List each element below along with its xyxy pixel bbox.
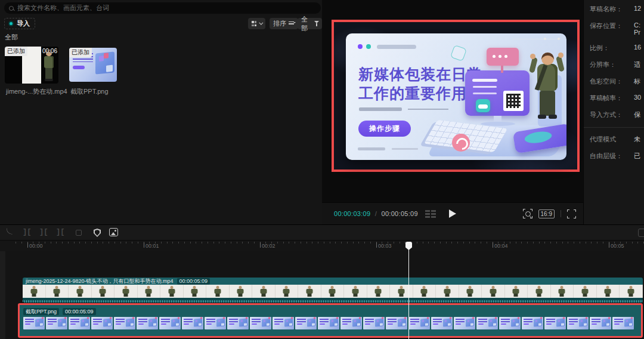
ruler-tick [586, 242, 586, 244]
shield-cover-icon[interactable] [94, 229, 101, 237]
clip-name: 截取PPT.png [23, 308, 59, 315]
ruler-tick [97, 242, 98, 244]
aspect-ratio-button[interactable]: 16:9 [538, 209, 555, 218]
ruler-tick [487, 242, 487, 244]
settings-row: 导入方式：保 [590, 110, 644, 119]
settings-value: 未 [634, 135, 640, 144]
clip-thumbnail [344, 285, 367, 298]
added-badge: 已添加 [69, 48, 92, 57]
slide-canvas[interactable]: 新媒体包装在日常 工作的重要作用。 操作步骤 [346, 33, 566, 160]
video-editor-window: 搜索文件名称、画面元素、台词 导入 排序 全部 全部 [0, 0, 644, 339]
split-icon[interactable]: ][ [23, 228, 31, 236]
settings-row: 色彩空间：标 [590, 77, 644, 86]
ruler-tick [312, 242, 312, 244]
preview-panel: 新媒体包装在日常 工作的重要作用。 操作步骤 [322, 0, 583, 224]
ruler-second-label: 00:03 [378, 243, 392, 249]
media-panel: 搜索文件名称、画面元素、台词 导入 排序 全部 全部 [0, 0, 322, 224]
slide-footer-placeholder [358, 147, 385, 150]
ruler-tick [74, 242, 75, 244]
clip-filmstrip [23, 285, 643, 298]
ruler-tick [62, 242, 63, 244]
clip-thumbnail [92, 285, 115, 298]
ruler-tick [254, 242, 255, 244]
fullscreen-icon[interactable] [567, 209, 576, 218]
clip-thumbnail [69, 285, 92, 298]
clip-thumbnail [620, 285, 643, 298]
view-mode-button[interactable] [248, 18, 265, 29]
ruler-tick [603, 242, 603, 244]
image-matting-icon[interactable] [109, 228, 118, 236]
illustration-speech-bubble [487, 48, 519, 66]
settings-row: 比例：16 [590, 44, 644, 53]
added-badge: 已添加 [5, 47, 27, 56]
transform-handle-line [513, 39, 558, 39]
ruler-tick [574, 242, 574, 244]
media-filename: jimeng-...势在动.mp4 [6, 87, 67, 96]
ruler-tick [242, 242, 243, 244]
ruler-tick [68, 242, 69, 244]
ruler-tick [353, 242, 354, 244]
search-input[interactable]: 搜索文件名称、画面元素、台词 [4, 2, 321, 14]
clip-thumbnail [551, 285, 574, 298]
ruler-tick [364, 242, 365, 244]
slide-dot-teal [366, 44, 371, 49]
slide-action-button: 操作步骤 [358, 121, 411, 137]
timeline: ][ ][ ][ 00:0000:0100:0200:0300:0400:05 … [0, 224, 644, 339]
timeline-ruler[interactable]: 00:0000:0100:0200:0300:0400:05 [0, 241, 644, 251]
ruler-tick [510, 242, 510, 244]
clip-thumbnail [476, 317, 498, 329]
settings-label: 草稿名称： [590, 5, 634, 14]
clip-thumbnail [137, 317, 158, 329]
chevron-down-icon [259, 21, 264, 25]
clip-thumbnail [295, 317, 317, 329]
timeline-clip-image-selected[interactable]: 截取PPT.png 00:00:05:09 [18, 303, 643, 338]
clip-thumbnail [205, 317, 226, 329]
ruler-tick [103, 242, 103, 244]
settings-label: 分辨率： [590, 60, 634, 69]
split-left-icon[interactable]: ][ [39, 228, 48, 236]
preview-quality-icon[interactable] [523, 209, 532, 218]
filter-button[interactable]: 全部 [298, 18, 322, 29]
clip-thumbnail [318, 317, 339, 329]
ruler-tick [237, 242, 237, 244]
ruler-tick [637, 242, 638, 244]
select-box-icon[interactable] [76, 230, 82, 236]
play-button[interactable] [449, 209, 456, 218]
ruler-tick [16, 242, 16, 244]
preview-selection-box[interactable]: 新媒体包装在日常 工作的重要作用。 操作步骤 [332, 20, 580, 172]
frame-view-icon[interactable] [425, 210, 436, 218]
sort-button[interactable]: 排序 [270, 18, 298, 29]
ruler-second-label: 00:00 [29, 243, 43, 249]
ruler-tick [283, 242, 284, 244]
undo-icon[interactable] [5, 228, 14, 235]
sort-icon [289, 21, 295, 26]
clip-thumbnail [273, 317, 294, 329]
transform-handle[interactable] [544, 38, 546, 40]
clip-thumbnail [275, 285, 299, 298]
slide-hex-decoration [450, 45, 467, 61]
toolbar-right-icon[interactable] [638, 229, 644, 237]
clip-thumbnail [367, 285, 391, 298]
ruler-tick [45, 242, 45, 244]
split-right-icon[interactable]: ][ [56, 228, 64, 236]
clip-duration: 00:00:05:09 [63, 308, 96, 315]
slide-dot-purple [358, 44, 363, 49]
transform-handle[interactable] [558, 38, 560, 40]
ruler-tick [516, 242, 516, 244]
ruler-tick [167, 242, 168, 244]
media-card-video[interactable]: 已添加 00:06 [5, 47, 58, 84]
clip-thumbnail [160, 285, 184, 298]
ruler-tick [190, 242, 191, 244]
ruler-tick [417, 242, 417, 244]
ruler-tick [626, 242, 627, 244]
import-button[interactable]: 导入 [4, 18, 35, 29]
ruler-tick [172, 242, 173, 244]
ruler-tick [109, 242, 109, 244]
ruler-tick [126, 242, 126, 244]
media-card-image[interactable]: 已添加 [69, 48, 117, 82]
ruler-tick [341, 242, 342, 244]
settings-row: 分辨率：适 [590, 60, 644, 69]
timeline-clip-video[interactable]: jimeng-2025-12-24-9820-镜头不动，只有口型和手势在动.mp… [23, 278, 643, 303]
ruler-tick [597, 242, 597, 244]
settings-value: C: Pr [634, 21, 640, 36]
